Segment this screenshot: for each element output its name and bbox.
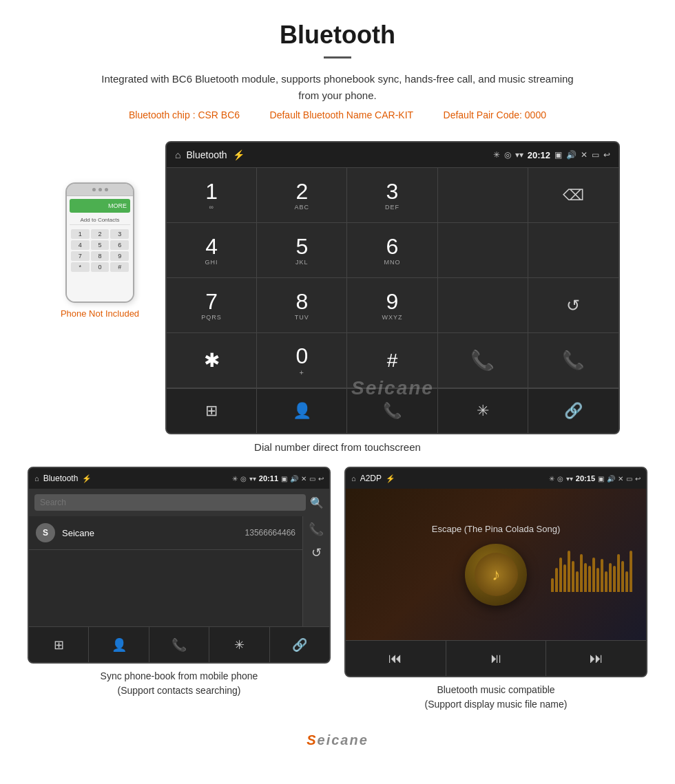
pb-caption-text: Sync phone-book from mobile phone(Suppor… (101, 670, 258, 696)
visualizer-bar-14 (609, 563, 612, 592)
phone-key-8: 8 (91, 251, 110, 261)
dial-key-star[interactable]: ✱ (167, 333, 257, 388)
phone-dot-1 (92, 188, 96, 191)
a2dp-play-btn[interactable]: ⏯ (446, 641, 547, 676)
dial-call-red-key[interactable]: 📞 (528, 333, 619, 388)
dial-usb-icon: ⚡ (233, 149, 245, 160)
pb-search-row: 🔍 (29, 489, 329, 516)
visualizer-bar-10 (592, 558, 595, 592)
dial-status-right: ✳ ◎ ▾▾ 20:12 ▣ 🔊 ✕ ▭ ↩ (493, 150, 610, 160)
phone-key-3: 3 (110, 229, 129, 239)
search-icon: 🔍 (310, 496, 324, 509)
dial-vol-icon: 🔊 (566, 150, 577, 160)
dial-toolbar-contacts[interactable]: 👤 (257, 389, 347, 433)
page-header: Bluetooth Integrated with BC6 Bluetooth … (0, 0, 675, 141)
dial-toolbar-bt[interactable]: ✳ (438, 389, 528, 433)
pb-content-area: S Seicane 13566664466 📞 ↺ (29, 516, 329, 626)
dial-key-1[interactable]: 1 ∞ (167, 168, 257, 223)
dial-num-9: 9 (386, 290, 399, 312)
pb-bt-icon: ✳ (232, 475, 238, 483)
phone-screen: MORE Add to Contacts 1 2 3 4 5 6 7 8 9 *… (67, 196, 133, 303)
header-specs: Bluetooth chip : CSR BC6 Default Bluetoo… (14, 109, 661, 120)
contact-number: 13566664466 (245, 528, 295, 538)
pb-home-icon: ⌂ (34, 474, 39, 483)
phone-key-0: 0 (91, 262, 110, 272)
dial-backspace-key[interactable]: ⌫ (528, 168, 619, 223)
dial-sub-3: DEF (385, 204, 399, 211)
dial-num-star: ✱ (204, 351, 220, 370)
phonebook-screen: ⌂ Bluetooth ⚡ ✳ ◎ ▾▾ 20:11 ▣ 🔊 ✕ ▭ ↩ (28, 467, 331, 664)
dial-toolbar-grid[interactable]: ⊞ (167, 389, 257, 433)
visualizer-bar-7 (580, 554, 583, 592)
refresh-icon: ↺ (566, 296, 580, 315)
visualizer-bar-0 (551, 578, 554, 592)
dial-key-5[interactable]: 5 JKL (257, 223, 347, 278)
phone-key-6: 6 (110, 240, 129, 250)
dial-toolbar-link[interactable]: 🔗 (528, 389, 619, 433)
pb-back-icon: ↩ (318, 475, 324, 483)
a2dp-screen-title: A2DP (360, 474, 382, 483)
a2dp-status-right: ✳ ◎ ▾▾ 20:15 ▣ 🔊 ✕ ▭ ↩ (549, 474, 641, 483)
footer-brand-s: S (307, 732, 317, 748)
dial-close-icon: ✕ (581, 150, 588, 160)
dial-key-4[interactable]: 4 GHI (167, 223, 257, 278)
dial-key-3[interactable]: 3 DEF (347, 168, 437, 223)
dial-key-9[interactable]: 9 WXYZ (347, 278, 437, 333)
dial-screen-title: Bluetooth (186, 149, 227, 160)
phone-key-2: 2 (91, 229, 110, 239)
pb-screen-title: Bluetooth (43, 474, 79, 483)
dial-call-green-key[interactable]: 📞 (438, 333, 528, 388)
pb-refresh-icon[interactable]: ↺ (311, 545, 322, 560)
dial-time: 20:12 (528, 150, 550, 160)
visualizer-bar-18 (625, 571, 628, 592)
pb-btn-bt[interactable]: ✳ (209, 627, 269, 662)
a2dp-bt-note-icon: ♪ (492, 565, 500, 584)
visualizer-bar-17 (621, 561, 624, 592)
dial-key-hash[interactable]: # (347, 333, 437, 388)
pb-contact-list: S Seicane 13566664466 (29, 516, 302, 626)
pb-time: 20:11 (259, 474, 278, 483)
dial-key-8[interactable]: 8 TUV (257, 278, 347, 333)
a2dp-home-icon: ⌂ (351, 474, 356, 483)
dial-signal-icon: ▾▾ (515, 150, 523, 160)
visualizer-bar-4 (568, 551, 570, 592)
dial-sub-4: GHI (205, 259, 218, 266)
pb-btn-grid[interactable]: ⊞ (29, 627, 89, 662)
footer: Seicane (0, 725, 675, 762)
pb-search-input[interactable] (34, 494, 306, 511)
dial-key-7[interactable]: 7 PQRS (167, 278, 257, 333)
phone-top-bar (67, 184, 133, 196)
dial-num-2: 2 (295, 180, 308, 202)
dial-empty-3 (528, 223, 619, 278)
visualizer-bar-13 (605, 571, 608, 592)
phone-dot-3 (105, 188, 108, 191)
pb-btn-person[interactable]: 👤 (89, 627, 149, 662)
a2dp-next-btn[interactable]: ⏭ (546, 641, 646, 676)
page-title: Bluetooth (14, 21, 661, 50)
pb-signal-icon: ▾▾ (249, 475, 256, 483)
dial-sub-7: PQRS (201, 314, 222, 321)
call-green-icon: 📞 (470, 349, 495, 372)
dial-key-2[interactable]: 2 ABC (257, 168, 347, 223)
dial-key-6[interactable]: 6 MNO (347, 223, 437, 278)
header-description: Integrated with BC6 Bluetooth module, su… (96, 71, 579, 104)
phone-keypad: 1 2 3 4 5 6 7 8 9 * 0 # (70, 228, 130, 273)
a2dp-usb-icon: ⚡ (386, 474, 395, 483)
visualizer-bar-12 (601, 559, 603, 592)
a2dp-prev-btn[interactable]: ⏮ (346, 641, 446, 676)
phone-key-7: 7 (71, 251, 90, 261)
dial-empty-2 (438, 223, 528, 278)
dial-keypad-grid: 1 ∞ 2 ABC 3 DEF ⌫ 4 GHI (167, 167, 619, 388)
a2dp-vol-icon: 🔊 (607, 475, 615, 483)
dial-key-0[interactable]: 0 + (257, 333, 347, 388)
pb-call-icon[interactable]: 📞 (309, 522, 324, 537)
pb-btn-phone[interactable]: 📞 (149, 627, 209, 662)
pb-btn-link[interactable]: 🔗 (270, 627, 329, 662)
a2dp-visualizer (551, 537, 632, 592)
dial-num-6: 6 (386, 235, 399, 257)
pb-contact-row[interactable]: S Seicane 13566664466 (29, 516, 302, 550)
visualizer-bar-16 (617, 554, 620, 592)
dial-refresh-key[interactable]: ↺ (528, 278, 619, 333)
dial-empty-1 (438, 168, 528, 223)
dial-toolbar-phone[interactable]: 📞 (347, 389, 437, 433)
